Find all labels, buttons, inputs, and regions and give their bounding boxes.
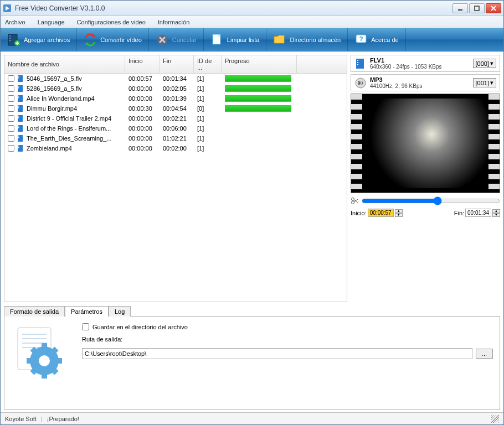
- file-end: 00:06:00: [160, 125, 194, 132]
- menubar: Archivo Language Configuraciones de vide…: [1, 16, 503, 28]
- row-checkbox[interactable]: [8, 125, 14, 132]
- menu-videoconfig[interactable]: Configuraciones de video: [77, 19, 146, 25]
- video-file-icon: [17, 144, 24, 152]
- table-row[interactable]: Alice In Wonderland.mp400:00:0000:01:39[…: [4, 94, 347, 103]
- chevron-down-icon: ▾: [490, 60, 493, 67]
- trim-slider[interactable]: [362, 196, 500, 205]
- file-id: [1]: [194, 75, 222, 82]
- trim-end-value[interactable]: 00:01:34: [465, 209, 491, 217]
- svg-rect-41: [18, 136, 19, 137]
- minimize-button[interactable]: [452, 3, 468, 13]
- svg-rect-8: [9, 38, 11, 39]
- trim-end-label: Fin:: [454, 210, 464, 216]
- svg-line-70: [53, 349, 56, 352]
- svg-line-55: [354, 199, 358, 202]
- video-format-icon: [354, 58, 367, 70]
- col-header-id[interactable]: ID de ...: [194, 55, 222, 73]
- menu-info[interactable]: Información: [158, 19, 189, 25]
- close-button[interactable]: [486, 3, 501, 13]
- table-row[interactable]: Lord of the Rings - Ensiferum...00:00:00…: [4, 123, 347, 133]
- video-preview[interactable]: [351, 94, 500, 193]
- cancel-label: Cancelar: [172, 37, 197, 43]
- output-dir-button[interactable]: Directorio almacén: [266, 28, 348, 51]
- trim-time-row: Inicio: 00:00:57 ▲▼ Fin: 00:01:34 ▲▼: [351, 209, 500, 217]
- col-header-start[interactable]: Inicio: [125, 55, 160, 73]
- file-id: [1]: [194, 115, 222, 122]
- tab-log[interactable]: Log: [109, 306, 131, 317]
- row-checkbox[interactable]: [8, 115, 14, 122]
- trim-start-value[interactable]: 00:00:57: [368, 209, 394, 217]
- row-checkbox[interactable]: [8, 105, 14, 112]
- file-id: [1]: [194, 125, 222, 132]
- chevron-down-icon: ▾: [490, 79, 493, 86]
- settings-gear-icon: [11, 323, 72, 384]
- video-format-sub: 640x360 - 24fps - 1053 KBps: [370, 64, 470, 70]
- film-add-icon: [7, 33, 20, 46]
- video-file-icon: [17, 125, 24, 132]
- titlebar: Free Video Converter V3.1.0.0: [1, 1, 503, 16]
- row-checkbox[interactable]: [8, 135, 14, 142]
- svg-rect-32: [18, 106, 19, 107]
- audio-format-icon: [354, 77, 367, 89]
- trim-end-spinner[interactable]: ▲▼: [492, 209, 500, 217]
- svg-line-68: [53, 370, 56, 373]
- tab-parameters[interactable]: Parámetros: [65, 306, 109, 317]
- row-checkbox[interactable]: [8, 145, 14, 152]
- col-header-end[interactable]: Fin: [160, 55, 194, 73]
- main-area: Nombre de archivo Inicio Fin ID de ... P…: [1, 51, 503, 305]
- about-label: Acerca de: [371, 37, 399, 43]
- clear-list-button[interactable]: Limpiar lista: [204, 28, 267, 51]
- row-checkbox[interactable]: [8, 95, 14, 102]
- output-path-label: Ruta de salida:: [82, 336, 493, 343]
- audio-format-selector[interactable]: [001]▾: [473, 78, 496, 87]
- file-name: 5286_15669_a_5.flv: [27, 85, 82, 92]
- tab-output-format[interactable]: Formato de salida: [4, 306, 65, 317]
- video-file-icon: [17, 95, 24, 102]
- col-header-name[interactable]: Nombre de archivo: [4, 55, 125, 73]
- convert-label: Convertir vídeo: [100, 37, 142, 43]
- about-button[interactable]: ? Acerca de: [348, 28, 406, 51]
- save-in-file-dir-checkbox[interactable]: [82, 323, 89, 330]
- svg-point-53: [352, 201, 354, 204]
- table-row[interactable]: The_Earth_Dies_Screaming_...00:00:0001:0…: [4, 133, 347, 143]
- maximize-button[interactable]: [469, 3, 485, 13]
- film-strip-left: [351, 94, 362, 193]
- trim-start-spinner[interactable]: ▲▼: [395, 209, 403, 217]
- video-file-icon: [17, 85, 24, 92]
- video-format-title: FLV1: [370, 57, 470, 64]
- app-window: Free Video Converter V3.1.0.0 Archivo La…: [0, 0, 504, 425]
- menu-language[interactable]: Language: [38, 19, 65, 25]
- svg-rect-7: [9, 35, 11, 37]
- svg-rect-27: [18, 87, 19, 89]
- output-path-input[interactable]: [82, 348, 472, 359]
- svg-line-69: [32, 370, 35, 373]
- col-header-progress[interactable]: Progreso: [222, 55, 297, 73]
- row-checkbox[interactable]: [8, 85, 14, 92]
- table-row[interactable]: Zombieland.mp400:00:0000:02:00[1]: [4, 143, 347, 153]
- convert-button[interactable]: Convertir vídeo: [77, 28, 149, 51]
- cancel-button[interactable]: Cancelar: [149, 28, 204, 51]
- help-icon: ?: [354, 33, 368, 46]
- file-id: [1]: [194, 144, 222, 152]
- video-format-selector[interactable]: [000]▾: [473, 59, 496, 68]
- table-row[interactable]: Dimmu Borgir.mp400:00:3000:04:54[0]: [4, 103, 347, 113]
- resize-grip[interactable]: [491, 415, 499, 423]
- output-dir-label: Directorio almacén: [290, 37, 341, 43]
- svg-point-52: [352, 198, 354, 201]
- add-files-button[interactable]: Agregar archivos: [1, 28, 77, 51]
- browse-button[interactable]: ...: [476, 349, 493, 359]
- svg-rect-49: [357, 64, 358, 65]
- status-company: Koyote Soft: [5, 416, 37, 422]
- svg-rect-30: [18, 97, 19, 99]
- table-row[interactable]: 5286_15669_a_5.flv00:00:0000:02:05[1]: [4, 84, 347, 94]
- preview-frame: [362, 99, 488, 188]
- scissors-icon: [351, 197, 358, 205]
- table-row[interactable]: District 9 - Official Trailer 2.mp400:00…: [4, 113, 347, 123]
- menu-file[interactable]: Archivo: [5, 19, 25, 25]
- file-end: 01:02:21: [160, 134, 194, 142]
- video-file-icon: [17, 134, 24, 142]
- row-checkbox[interactable]: [8, 75, 14, 82]
- video-file-icon: [17, 105, 24, 112]
- table-row[interactable]: 5046_15697_a_5.flv00:00:5700:01:34[1]: [4, 74, 347, 84]
- svg-rect-42: [18, 137, 19, 138]
